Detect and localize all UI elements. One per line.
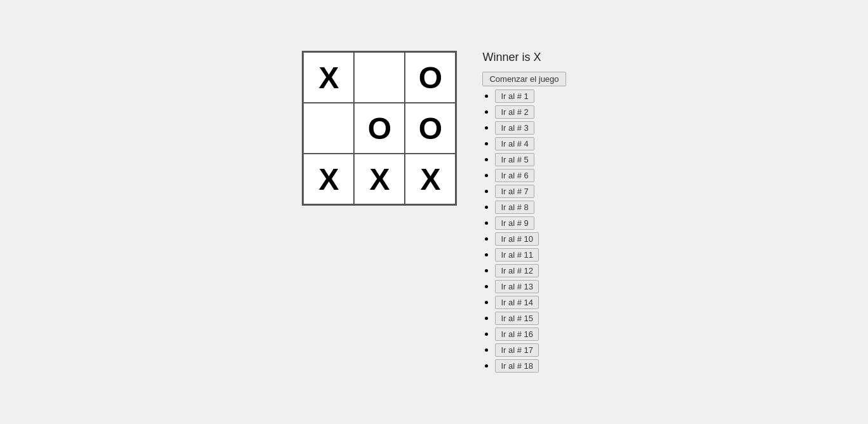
history-button-10[interactable]: Ir al # 10: [495, 232, 539, 246]
history-list-item: Ir al # 18: [495, 359, 539, 373]
history-button-3[interactable]: Ir al # 3: [495, 121, 534, 135]
history-button-8[interactable]: Ir al # 8: [495, 201, 534, 214]
cell-6[interactable]: X: [303, 154, 354, 204]
history-button-5[interactable]: Ir al # 5: [495, 153, 534, 166]
history-button-11[interactable]: Ir al # 11: [495, 248, 539, 262]
history-list-item: Ir al # 8: [495, 201, 539, 214]
history-button-1[interactable]: Ir al # 1: [495, 89, 534, 103]
history-list-item: Ir al # 15: [495, 312, 539, 325]
history-button-16[interactable]: Ir al # 16: [495, 328, 539, 341]
game-container: XOOOXXX Winner is X Comenzar el juego Ir…: [302, 51, 566, 373]
cell-0[interactable]: X: [303, 52, 354, 103]
history-button-18[interactable]: Ir al # 18: [495, 359, 539, 373]
board: XOOOXXX: [302, 51, 457, 206]
history-button-9[interactable]: Ir al # 9: [495, 216, 534, 230]
history-list-item: Ir al # 4: [495, 137, 539, 150]
start-button[interactable]: Comenzar el juego: [482, 72, 566, 86]
history-button-15[interactable]: Ir al # 15: [495, 312, 539, 325]
history-list-item: Ir al # 2: [495, 105, 539, 119]
history-list-item: Ir al # 11: [495, 248, 539, 262]
history-list-item: Ir al # 7: [495, 185, 539, 198]
cell-3[interactable]: [303, 103, 354, 154]
history-button-17[interactable]: Ir al # 17: [495, 343, 539, 357]
history-list-item: Ir al # 3: [495, 121, 539, 135]
winner-text: Winner is X: [482, 51, 541, 64]
history-list: Ir al # 1Ir al # 2Ir al # 3Ir al # 4Ir a…: [482, 89, 539, 373]
history-list-item: Ir al # 5: [495, 153, 539, 166]
history-button-14[interactable]: Ir al # 14: [495, 296, 539, 309]
cell-5[interactable]: O: [405, 103, 456, 154]
history-list-item: Ir al # 9: [495, 216, 539, 230]
cell-1[interactable]: [354, 52, 405, 103]
history-list-item: Ir al # 10: [495, 232, 539, 246]
history-list-item: Ir al # 17: [495, 343, 539, 357]
cell-7[interactable]: X: [354, 154, 405, 204]
history-button-2[interactable]: Ir al # 2: [495, 105, 534, 119]
history-list-item: Ir al # 13: [495, 280, 539, 293]
history-button-13[interactable]: Ir al # 13: [495, 280, 539, 293]
history-list-item: Ir al # 6: [495, 169, 539, 182]
history-button-4[interactable]: Ir al # 4: [495, 137, 534, 150]
cell-8[interactable]: X: [405, 154, 456, 204]
history-button-6[interactable]: Ir al # 6: [495, 169, 534, 182]
sidebar: Winner is X Comenzar el juego Ir al # 1I…: [482, 51, 566, 373]
cell-4[interactable]: O: [354, 103, 405, 154]
cell-2[interactable]: O: [405, 52, 456, 103]
history-list-item: Ir al # 16: [495, 328, 539, 341]
history-button-7[interactable]: Ir al # 7: [495, 185, 534, 198]
history-button-12[interactable]: Ir al # 12: [495, 264, 539, 277]
history-list-item: Ir al # 1: [495, 89, 539, 103]
history-list-item: Ir al # 14: [495, 296, 539, 309]
history-list-item: Ir al # 12: [495, 264, 539, 277]
